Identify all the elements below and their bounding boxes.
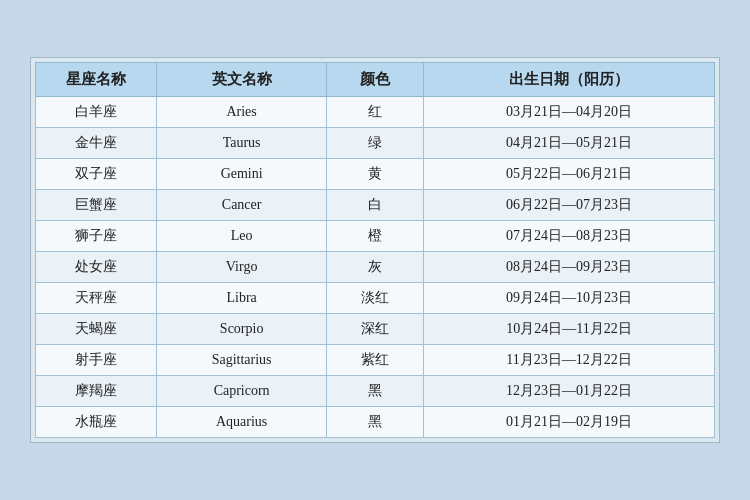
cell-date: 10月24日—11月22日 (424, 314, 715, 345)
cell-date: 08月24日—09月23日 (424, 252, 715, 283)
cell-zh: 狮子座 (36, 221, 157, 252)
cell-color: 白 (327, 190, 424, 221)
cell-color: 红 (327, 97, 424, 128)
table-body: 白羊座Aries红03月21日—04月20日金牛座Taurus绿04月21日—0… (36, 97, 715, 438)
cell-color: 黄 (327, 159, 424, 190)
cell-en: Cancer (157, 190, 327, 221)
table-row: 处女座Virgo灰08月24日—09月23日 (36, 252, 715, 283)
cell-zh: 白羊座 (36, 97, 157, 128)
cell-en: Aquarius (157, 407, 327, 438)
table-row: 射手座Sagittarius紫红11月23日—12月22日 (36, 345, 715, 376)
cell-date: 07月24日—08月23日 (424, 221, 715, 252)
table-row: 水瓶座Aquarius黑01月21日—02月19日 (36, 407, 715, 438)
header-en: 英文名称 (157, 63, 327, 97)
cell-color: 黑 (327, 407, 424, 438)
table-row: 双子座Gemini黄05月22日—06月21日 (36, 159, 715, 190)
cell-en: Libra (157, 283, 327, 314)
cell-color: 黑 (327, 376, 424, 407)
cell-date: 04月21日—05月21日 (424, 128, 715, 159)
cell-date: 06月22日—07月23日 (424, 190, 715, 221)
table-row: 天秤座Libra淡红09月24日—10月23日 (36, 283, 715, 314)
cell-date: 03月21日—04月20日 (424, 97, 715, 128)
cell-en: Virgo (157, 252, 327, 283)
table-row: 白羊座Aries红03月21日—04月20日 (36, 97, 715, 128)
cell-date: 09月24日—10月23日 (424, 283, 715, 314)
zodiac-table: 星座名称 英文名称 颜色 出生日期（阳历） 白羊座Aries红03月21日—04… (35, 62, 715, 438)
cell-color: 深红 (327, 314, 424, 345)
cell-color: 绿 (327, 128, 424, 159)
cell-en: Sagittarius (157, 345, 327, 376)
cell-en: Capricorn (157, 376, 327, 407)
cell-color: 橙 (327, 221, 424, 252)
cell-color: 灰 (327, 252, 424, 283)
zodiac-table-container: 星座名称 英文名称 颜色 出生日期（阳历） 白羊座Aries红03月21日—04… (30, 57, 720, 443)
header-color: 颜色 (327, 63, 424, 97)
table-row: 天蝎座Scorpio深红10月24日—11月22日 (36, 314, 715, 345)
cell-date: 01月21日—02月19日 (424, 407, 715, 438)
table-row: 巨蟹座Cancer白06月22日—07月23日 (36, 190, 715, 221)
cell-en: Taurus (157, 128, 327, 159)
table-header-row: 星座名称 英文名称 颜色 出生日期（阳历） (36, 63, 715, 97)
cell-date: 05月22日—06月21日 (424, 159, 715, 190)
cell-zh: 双子座 (36, 159, 157, 190)
cell-zh: 处女座 (36, 252, 157, 283)
cell-en: Leo (157, 221, 327, 252)
cell-color: 紫红 (327, 345, 424, 376)
table-row: 金牛座Taurus绿04月21日—05月21日 (36, 128, 715, 159)
header-date: 出生日期（阳历） (424, 63, 715, 97)
table-row: 摩羯座Capricorn黑12月23日—01月22日 (36, 376, 715, 407)
cell-date: 11月23日—12月22日 (424, 345, 715, 376)
cell-zh: 天蝎座 (36, 314, 157, 345)
cell-zh: 摩羯座 (36, 376, 157, 407)
cell-zh: 金牛座 (36, 128, 157, 159)
cell-zh: 天秤座 (36, 283, 157, 314)
cell-en: Aries (157, 97, 327, 128)
cell-color: 淡红 (327, 283, 424, 314)
cell-zh: 水瓶座 (36, 407, 157, 438)
cell-en: Scorpio (157, 314, 327, 345)
cell-zh: 射手座 (36, 345, 157, 376)
cell-zh: 巨蟹座 (36, 190, 157, 221)
table-row: 狮子座Leo橙07月24日—08月23日 (36, 221, 715, 252)
header-zh: 星座名称 (36, 63, 157, 97)
cell-date: 12月23日—01月22日 (424, 376, 715, 407)
cell-en: Gemini (157, 159, 327, 190)
